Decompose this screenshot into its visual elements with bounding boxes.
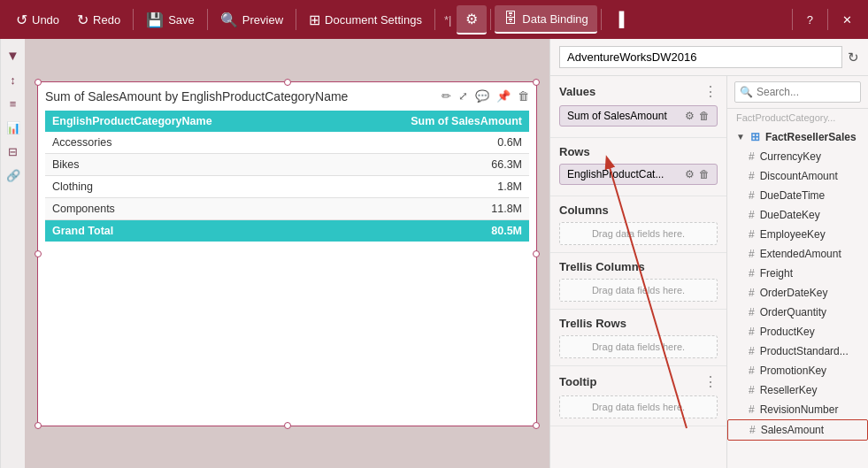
values-header: Values ⋮ (559, 83, 718, 100)
format-icon[interactable]: ≡ (10, 97, 17, 111)
preview-button[interactable]: 🔍 Preview (211, 6, 292, 34)
rows-gear-icon[interactable]: ⚙ (685, 168, 695, 180)
hash-icon: # (749, 424, 756, 436)
field-list-item[interactable]: #ResellerKey (727, 380, 868, 400)
separator-6 (601, 9, 602, 30)
undo-label: Undo (32, 13, 59, 27)
field-list-item[interactable]: #CurrencyKey (727, 147, 868, 166)
gear-icon: ⚙ (465, 11, 478, 27)
search-icon: 🔍 (740, 86, 753, 98)
field-list-item[interactable]: #ProductKey (727, 322, 868, 341)
field-name: OrderQuantity (760, 306, 826, 318)
field-list: 🔍 FactProductCategory... ▼ ⊞ FactReselle… (727, 76, 868, 468)
field-list-item[interactable]: #RevisionNumber (727, 400, 868, 419)
table-row: Bikes66.3M (45, 153, 529, 175)
field-list-item[interactable]: #ExtendedAmount (727, 244, 868, 264)
save-button[interactable]: 💾 Save (137, 6, 204, 34)
columns-header: Columns (559, 203, 718, 217)
field-name: EmployeeKey (760, 228, 826, 241)
handle-mr[interactable] (533, 250, 540, 257)
values-pill-icons: ⚙ 🗑 (685, 110, 710, 122)
main-area: ▼ ↕ ≡ 📊 ⊟ 🔗 Sum of SalesAmount by Englis… (0, 39, 868, 468)
field-list-item[interactable]: #ProductStandard... (727, 341, 868, 361)
hash-icon: # (749, 403, 755, 416)
values-gear-icon[interactable]: ⚙ (685, 110, 695, 122)
handle-ml[interactable] (35, 250, 42, 257)
filter-icon[interactable]: ▼ (6, 48, 19, 63)
handle-tl[interactable] (35, 79, 42, 86)
table-icon-side[interactable]: ⊟ (8, 145, 18, 158)
handle-bl[interactable] (35, 422, 42, 429)
field-list-item[interactable]: #PromotionKey (727, 361, 868, 380)
trellis-rows-drag-placeholder[interactable]: Drag data fields here. (559, 335, 718, 358)
tooltip-more-icon[interactable]: ⋮ (703, 373, 718, 390)
field-list-item[interactable]: #Freight (727, 264, 868, 283)
canvas-area[interactable]: ▼ ↕ ≡ 📊 ⊟ 🔗 Sum of SalesAmount by Englis… (0, 39, 549, 468)
refresh-icon[interactable]: ↻ (848, 50, 859, 65)
pin-icon[interactable]: 📌 (496, 89, 511, 103)
handle-tc[interactable] (284, 79, 291, 86)
rows-delete-icon[interactable]: 🗑 (699, 168, 710, 180)
delete-icon[interactable]: 🗑 (518, 89, 529, 103)
field-name: PromotionKey (760, 364, 826, 377)
col-header-sales: Sum of SalesAmount (326, 111, 529, 132)
section-trellis-columns: Trellis Columns Drag data fields here. (550, 253, 726, 310)
rows-title: Rows (559, 145, 590, 158)
hash-icon: # (749, 228, 755, 241)
table-row: Clothing1.8M (45, 175, 529, 197)
visual-container[interactable]: Sum of SalesAmount by EnglishProductCate… (37, 81, 537, 426)
chart-icon[interactable]: 📊 (6, 121, 20, 134)
help-button[interactable]: ? (798, 8, 822, 32)
redo-label: Redo (93, 13, 120, 27)
panel-button[interactable]: ▐ (605, 6, 633, 33)
gear-button[interactable]: ⚙ (457, 5, 487, 35)
document-settings-button[interactable]: ⊞ Document Settings (300, 6, 431, 34)
visual-title-bar: Sum of SalesAmount by EnglishProductCate… (45, 89, 529, 104)
link-icon[interactable]: 🔗 (6, 169, 20, 182)
field-list-item[interactable]: #DueDateKey (727, 205, 868, 225)
field-list-item[interactable]: #EmployeeKey (727, 225, 868, 244)
field-list-item[interactable]: #SalesAmount (727, 419, 868, 441)
toolbar-right: ? ✕ (788, 8, 861, 32)
row-value: 66.3M (326, 153, 529, 175)
values-pill-text: Sum of SalesAmount (567, 110, 667, 122)
fields-config: Values ⋮ Sum of SalesAmount ⚙ 🗑 Rows (550, 76, 727, 468)
edit-icon[interactable]: ✏ (442, 89, 451, 103)
database-select[interactable]: AdventureWorksDW2016 (559, 46, 842, 68)
search-input[interactable] (734, 81, 861, 103)
pivot-table: EnglishProductCategoryName Sum of SalesA… (45, 111, 529, 242)
table-row: Components11.8M (45, 197, 529, 219)
partial-field-item[interactable]: FactProductCategory... (727, 109, 868, 127)
table-grid-icon: ⊞ (750, 130, 760, 143)
redo-button[interactable]: ↻ Redo (68, 6, 129, 34)
values-pill[interactable]: Sum of SalesAmount ⚙ 🗑 (559, 105, 718, 127)
tooltip-drag-placeholder[interactable]: Drag data fields here. (559, 395, 718, 418)
trellis-columns-drag-placeholder[interactable]: Drag data fields here. (559, 279, 718, 302)
columns-drag-placeholder[interactable]: Drag data fields here. (559, 222, 718, 245)
handle-br[interactable] (533, 422, 540, 429)
field-list-item[interactable]: #DueDateTime (727, 186, 868, 205)
values-delete-icon[interactable]: 🗑 (699, 110, 710, 122)
handle-bc[interactable] (284, 422, 291, 429)
row-value: 0.6M (326, 132, 529, 154)
field-list-item[interactable]: #DiscountAmount (727, 166, 868, 186)
expand-icon[interactable]: ⤢ (458, 89, 468, 103)
values-more-icon[interactable]: ⋮ (703, 83, 718, 100)
handle-tr[interactable] (533, 79, 540, 86)
close-button[interactable]: ✕ (833, 8, 861, 32)
field-list-item[interactable]: #OrderQuantity (727, 303, 868, 322)
undo-button[interactable]: ↺ Undo (7, 6, 68, 34)
field-name: DiscountAmount (760, 170, 838, 182)
trellis-rows-title: Trellis Rows (559, 317, 626, 330)
data-binding-button[interactable]: 🗄 Data Binding (495, 5, 596, 34)
rows-header: Rows (559, 145, 718, 158)
hash-icon: # (749, 384, 755, 396)
field-name: DueDateTime (760, 189, 826, 202)
sort-icon[interactable]: ↕ (10, 73, 16, 87)
field-list-item[interactable]: #OrderDateKey (727, 283, 868, 303)
hash-icon: # (749, 267, 755, 280)
comment-icon[interactable]: 💬 (475, 89, 489, 103)
table-expand-row[interactable]: ▼ ⊞ FactResellerSales (727, 127, 868, 147)
rows-pill[interactable]: EnglishProductCat... ⚙ 🗑 (559, 164, 718, 185)
separator-3 (296, 9, 296, 30)
